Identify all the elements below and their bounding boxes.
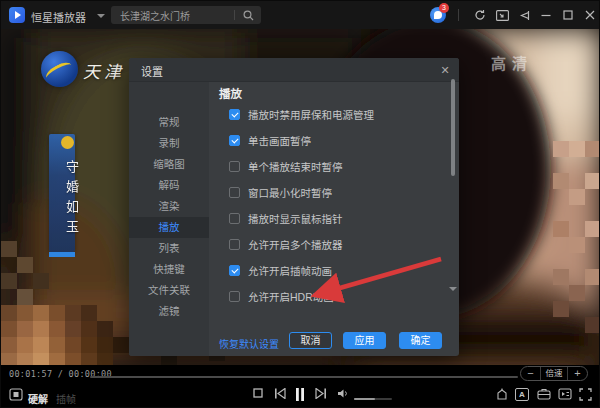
checkbox[interactable] (229, 187, 240, 198)
checkbox[interactable] (229, 265, 240, 276)
speed-label[interactable]: 倍速 (540, 367, 568, 380)
sidebar-item-record[interactable]: 录制 (129, 133, 209, 154)
notification-badge[interactable]: 3 (439, 3, 449, 13)
chevron-down-icon[interactable] (97, 14, 105, 18)
pin-icon[interactable] (513, 1, 535, 29)
user-avatar[interactable]: 3 (430, 7, 446, 23)
drama-banner-text: 守婚如玉 (55, 160, 81, 240)
option-pause-on-minimize[interactable]: 窗口最小化时暂停 (229, 179, 332, 205)
dialog-close-icon[interactable]: ✕ (437, 62, 453, 78)
sidebar-item-playback[interactable]: 播放 (129, 217, 209, 238)
search-box[interactable]: 长津湖之水门桥 (111, 6, 261, 24)
sidebar-item-file-assoc[interactable]: 文件关联 (129, 280, 209, 301)
option-label: 单个播放结束时暂停 (248, 159, 343, 174)
stop-button[interactable] (253, 388, 263, 398)
rotate-icon[interactable] (495, 388, 509, 401)
speed-decrease-button[interactable]: − (521, 367, 540, 380)
option-label: 窗口最小化时暂停 (248, 185, 332, 200)
speed-increase-button[interactable]: + (568, 367, 587, 380)
display-settings-icon[interactable] (9, 388, 23, 401)
previous-button[interactable] (274, 388, 286, 399)
pip-mode-icon[interactable] (491, 1, 513, 29)
option-disable-screensaver[interactable]: 播放时禁用屏保和电源管理 (229, 101, 374, 127)
option-label: 单击画面暂停 (248, 133, 311, 148)
fullscreen-icon[interactable] (579, 388, 592, 401)
checkbox[interactable] (229, 161, 240, 172)
option-click-to-pause[interactable]: 单击画面暂停 (229, 127, 311, 153)
annotation-arrow (301, 249, 451, 309)
title-bar: 恒星播放器 长津湖之水门桥 3 (1, 1, 600, 29)
checkbox[interactable] (229, 109, 240, 120)
toolbox-icon[interactable] (537, 388, 551, 400)
checkbox[interactable] (229, 135, 240, 146)
sidebar-item-general[interactable]: 常规 (129, 112, 209, 133)
search-input[interactable]: 长津湖之水门桥 (111, 8, 234, 23)
app-logo-icon[interactable] (9, 7, 25, 23)
titlebar-separator (458, 9, 459, 21)
titlebar-right-cluster: 3 (430, 1, 600, 29)
sidebar-item-hotkeys[interactable]: 快捷键 (129, 259, 209, 280)
pause-button[interactable] (295, 388, 305, 401)
search-icon[interactable] (235, 10, 261, 21)
volume-slider[interactable] (354, 398, 392, 400)
checkbox[interactable] (229, 291, 240, 302)
sidebar-item-decode[interactable]: 解码 (129, 175, 209, 196)
app-name[interactable]: 恒星播放器 (31, 9, 86, 25)
controls-row: 硬解 插帧 A (1, 385, 600, 408)
sidebar-item-filters[interactable]: 滤镜 (129, 301, 209, 322)
dialog-header: 设置 ✕ (129, 58, 459, 82)
settings-dialog: 设置 ✕ 常规 录制 缩略图 解码 渲染 播放 列表 快捷键 文件关联 滤镜 播… (129, 58, 459, 356)
checkbox[interactable] (229, 213, 240, 224)
option-show-cursor[interactable]: 播放时显示鼠标指针 (229, 205, 343, 231)
dialog-title: 设置 (141, 63, 163, 79)
speed-control: − 倍速 + (520, 366, 588, 381)
option-label: 播放时显示鼠标指针 (248, 211, 343, 226)
playback-control-bar: 00:01:57 / 00:00:00 − 倍速 + 硬解 插帧 (1, 365, 600, 408)
apply-button[interactable]: 应用 (343, 332, 386, 349)
settings-content: 播放 播放时禁用屏保和电源管理 单击画面暂停 单个播放结束时暂停 窗口最小化时暂… (209, 82, 459, 356)
option-label: 播放时禁用屏保和电源管理 (248, 107, 374, 122)
seek-bar[interactable] (90, 376, 518, 378)
restore-defaults-link[interactable]: 恢复默认设置 (219, 336, 279, 351)
subtitle-icon[interactable]: A (515, 388, 529, 401)
checkbox[interactable] (229, 239, 240, 250)
sync-icon[interactable] (469, 1, 491, 29)
tianjin-tv-globe-icon (41, 51, 78, 87)
player-window: 恒星播放器 长津湖之水门桥 3 (0, 0, 600, 408)
dialog-footer: 恢复默认设置 取消 应用 确定 (129, 331, 459, 356)
ok-button[interactable]: 确定 (399, 332, 442, 349)
channel-logo-text: 天津 (83, 58, 125, 83)
sidebar-item-playlist[interactable]: 列表 (129, 238, 209, 259)
sidebar-item-thumbnail[interactable]: 缩略图 (129, 154, 209, 175)
section-title: 播放 (219, 85, 242, 101)
sidebar-item-render[interactable]: 渲染 (129, 196, 209, 217)
cancel-button[interactable]: 取消 (289, 332, 332, 349)
close-button[interactable] (579, 1, 600, 29)
quality-watermark: 高清 (491, 52, 533, 73)
dialog-scrollbar-thumb[interactable] (451, 79, 455, 176)
hw-decode-badge[interactable]: 硬解 (28, 391, 48, 406)
minimize-button[interactable] (535, 1, 557, 29)
option-pause-on-end[interactable]: 单个播放结束时暂停 (229, 153, 343, 179)
drama-banner: 守婚如玉 (49, 134, 75, 252)
settings-sidebar: 常规 录制 缩略图 解码 渲染 播放 列表 快捷键 文件关联 滤镜 (129, 82, 209, 356)
volume-icon[interactable] (337, 388, 349, 399)
maximize-button[interactable] (557, 1, 579, 29)
volume-fill (354, 398, 375, 400)
playlist-icon[interactable] (558, 388, 572, 400)
frame-interp-badge[interactable]: 插帧 (56, 391, 76, 406)
next-button[interactable] (315, 388, 327, 399)
